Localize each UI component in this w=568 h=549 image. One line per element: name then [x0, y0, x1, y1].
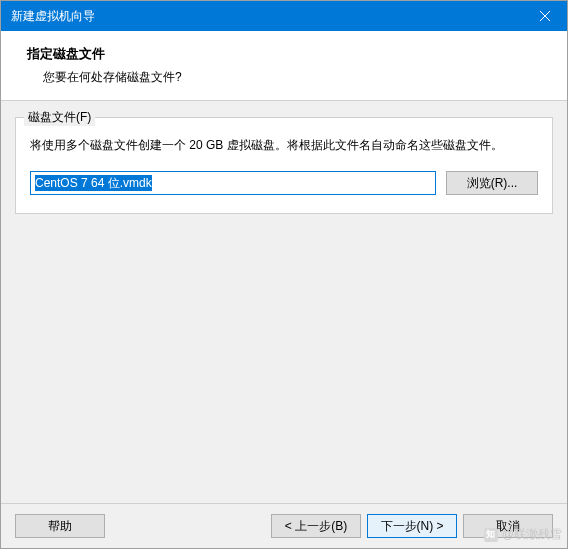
wizard-header: 指定磁盘文件 您要在何处存储磁盘文件?: [1, 31, 567, 101]
wizard-window: 新建虚拟机向导 指定磁盘文件 您要在何处存储磁盘文件? 磁盘文件(F) 将使用多…: [0, 0, 568, 549]
disk-filename-input[interactable]: CentOS 7 64 位.vmdk: [30, 171, 436, 195]
close-button[interactable]: [522, 1, 567, 31]
page-title: 指定磁盘文件: [27, 45, 557, 63]
fieldset-legend: 磁盘文件(F): [24, 109, 95, 126]
window-title: 新建虚拟机向导: [11, 8, 522, 25]
close-icon: [540, 11, 550, 21]
wizard-footer: 帮助 < 上一步(B) 下一步(N) > 取消: [1, 503, 567, 548]
page-subtitle: 您要在何处存储磁盘文件?: [27, 69, 557, 86]
next-button[interactable]: 下一步(N) >: [367, 514, 457, 538]
input-value: CentOS 7 64 位.vmdk: [35, 175, 152, 191]
cancel-button[interactable]: 取消: [463, 514, 553, 538]
titlebar: 新建虚拟机向导: [1, 1, 567, 31]
fieldset-description: 将使用多个磁盘文件创建一个 20 GB 虚拟磁盘。将根据此文件名自动命名这些磁盘…: [30, 136, 538, 155]
help-button[interactable]: 帮助: [15, 514, 105, 538]
browse-button[interactable]: 浏览(R)...: [446, 171, 538, 195]
input-row: CentOS 7 64 位.vmdk 浏览(R)...: [30, 171, 538, 195]
back-button[interactable]: < 上一步(B): [271, 514, 361, 538]
content-area: 磁盘文件(F) 将使用多个磁盘文件创建一个 20 GB 虚拟磁盘。将根据此文件名…: [1, 101, 567, 503]
disk-file-fieldset: 磁盘文件(F) 将使用多个磁盘文件创建一个 20 GB 虚拟磁盘。将根据此文件名…: [15, 117, 553, 214]
